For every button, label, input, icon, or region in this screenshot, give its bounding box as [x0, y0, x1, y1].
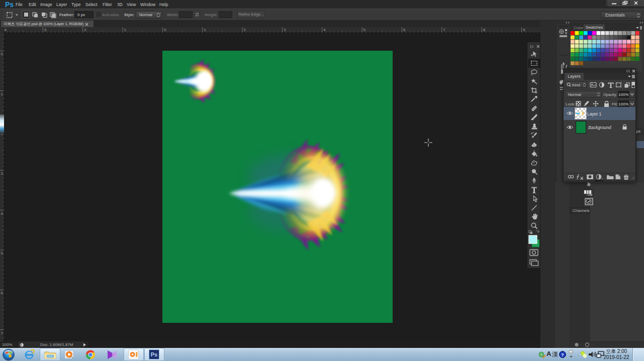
- svg-text:3: 3: [44, 28, 47, 32]
- svg-text:0: 0: [1, 52, 3, 56]
- svg-text:4: 4: [323, 28, 326, 32]
- svg-text:2: 2: [84, 28, 86, 32]
- svg-text:4: 4: [5, 28, 7, 32]
- svg-text:6: 6: [403, 28, 406, 32]
- svg-text:8: 8: [483, 28, 486, 32]
- svg-text:5: 5: [1, 251, 3, 256]
- svg-text:4: 4: [1, 211, 3, 216]
- svg-text:5: 5: [363, 28, 366, 32]
- svg-text:2: 2: [244, 28, 246, 32]
- svg-text:7: 7: [443, 28, 445, 32]
- svg-text:1: 1: [124, 28, 127, 32]
- svg-text:9: 9: [523, 28, 525, 32]
- svg-text:3: 3: [284, 28, 286, 32]
- svg-text:?: ?: [561, 352, 564, 357]
- svg-text:7: 7: [1, 331, 3, 335]
- svg-text:1: 1: [1, 92, 3, 96]
- svg-text:0: 0: [164, 28, 166, 32]
- svg-text:6: 6: [1, 291, 3, 295]
- svg-text:1: 1: [204, 28, 206, 32]
- svg-text:3: 3: [1, 171, 3, 176]
